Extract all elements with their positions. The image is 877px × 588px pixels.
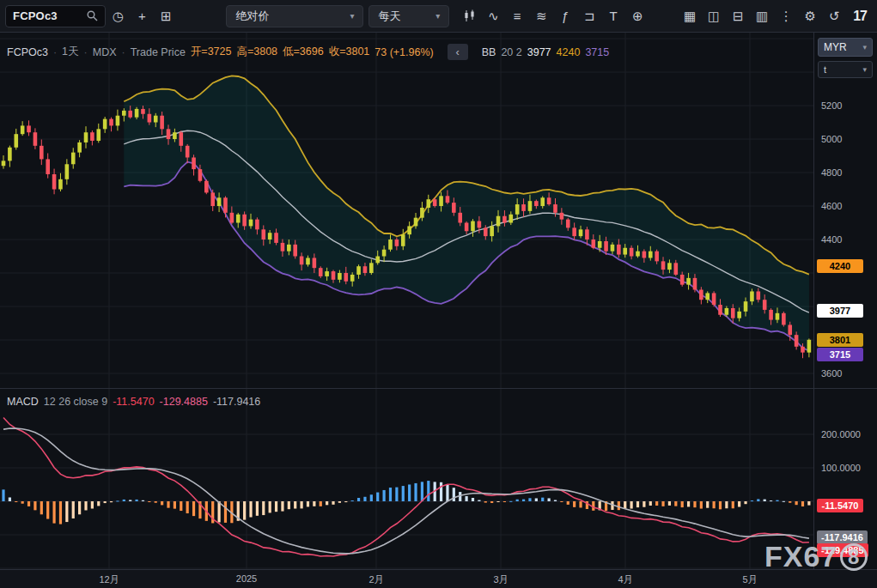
bb-params: 20 2 bbox=[501, 46, 521, 58]
time-label: 2025 bbox=[236, 573, 257, 584]
candlestick-icon bbox=[463, 9, 476, 22]
layout-3-icon: ⊟ bbox=[733, 9, 744, 24]
open-layout-button[interactable]: ⊞ bbox=[155, 5, 177, 27]
zoom-in-icon: ⊕ bbox=[632, 9, 643, 24]
gear-icon: ⚙ bbox=[804, 9, 815, 24]
price-axis[interactable]: 5200500048004600440036004240397738013715 bbox=[813, 33, 877, 388]
bar-replay-button[interactable]: ◷ bbox=[107, 5, 129, 27]
price-badge: 4240 bbox=[817, 259, 863, 273]
legend-series-type: Trade Price bbox=[131, 46, 186, 58]
text-tool-button[interactable]: T bbox=[602, 5, 624, 27]
grid-settings-button[interactable]: ▦ bbox=[679, 5, 701, 27]
time-label: 4月 bbox=[618, 573, 632, 586]
waves-icon: ≋ bbox=[536, 9, 547, 24]
price-tick: 4800 bbox=[821, 167, 842, 178]
compare-icon: ⊐ bbox=[584, 9, 595, 24]
macd-tick: 100.0000 bbox=[821, 463, 861, 473]
time-axis[interactable]: 12月20252月3月4月5月 bbox=[0, 569, 877, 588]
waves-button[interactable]: ≋ bbox=[530, 5, 552, 27]
settings-button[interactable]: ⚙ bbox=[799, 5, 821, 27]
price-tick: 4400 bbox=[821, 234, 842, 245]
search-icon bbox=[87, 10, 98, 21]
axis-settings-panel: MYR ▾ t ▾ bbox=[818, 38, 873, 82]
macd-line-value: -129.4885 bbox=[160, 396, 208, 408]
undo-button[interactable]: ↺ bbox=[823, 5, 845, 27]
time-label: 2月 bbox=[368, 573, 383, 586]
layout-2-icon: ◫ bbox=[708, 9, 720, 24]
bars-icon: ≡ bbox=[514, 9, 521, 23]
price-badge: 3977 bbox=[817, 304, 863, 318]
price-type-dropdown[interactable]: 绝对价 ▾ bbox=[226, 5, 363, 27]
price-type-label: 绝对价 bbox=[235, 9, 269, 24]
legend-exchange: MDX bbox=[93, 46, 117, 58]
pane-separator[interactable] bbox=[0, 388, 877, 389]
price-tick: 4600 bbox=[821, 201, 842, 211]
macd-badge: -117.9416 bbox=[817, 530, 868, 544]
more-options-button[interactable]: ⋮ bbox=[775, 5, 797, 27]
time-label: 5月 bbox=[742, 573, 757, 586]
collapse-legend-button[interactable]: ‹ bbox=[448, 44, 468, 60]
folder-icon: ⊞ bbox=[161, 9, 172, 24]
legend-low: 低=3696 bbox=[283, 45, 324, 59]
macd-legend: MACD 12 26 close 9 -11.5470 -129.4885 -1… bbox=[7, 396, 260, 408]
layout-two-pane-button[interactable]: ◫ bbox=[703, 5, 725, 27]
text-icon: T bbox=[610, 9, 618, 23]
chevron-down-icon: ▾ bbox=[350, 11, 354, 21]
chevron-down-icon: ▾ bbox=[862, 65, 867, 74]
macd-value-axis[interactable]: 200.0000100.0000-100.0000-11.5470-117.94… bbox=[813, 388, 877, 569]
price-badge: 3801 bbox=[817, 333, 863, 347]
kebab-icon: ⋮ bbox=[780, 9, 793, 24]
zoom-in-button[interactable]: ⊕ bbox=[626, 5, 649, 27]
line-chart-icon: ∿ bbox=[488, 9, 499, 24]
symbol-legend: FCPOc3 · 1天 · MDX · Trade Price 开=3725 高… bbox=[7, 44, 609, 60]
legend-interval: 1天 bbox=[62, 45, 78, 59]
symbol-search[interactable]: FCPOc3 bbox=[5, 5, 106, 27]
price-tick: 5000 bbox=[821, 134, 842, 144]
bb-upper-value: 4240 bbox=[557, 46, 581, 58]
undo-icon: ↺ bbox=[829, 9, 840, 24]
legend-close: 收=3801 bbox=[329, 45, 370, 59]
toolbar-right-cluster: ⚙ ↺ 17 bbox=[798, 5, 874, 27]
candlestick-style-button[interactable] bbox=[458, 5, 480, 27]
macd-hist-value: -11.5470 bbox=[113, 396, 154, 408]
bar-chart-icon: ▥ bbox=[756, 9, 768, 24]
tradingview-logo[interactable]: 17 bbox=[846, 9, 874, 24]
unit-dropdown[interactable]: t ▾ bbox=[818, 61, 873, 78]
time-label: 12月 bbox=[99, 573, 119, 586]
price-chart[interactable] bbox=[0, 33, 813, 388]
macd-params: 12 26 close 9 bbox=[44, 396, 107, 408]
separator-dot: · bbox=[53, 46, 57, 58]
bb-basis-value: 3977 bbox=[527, 46, 551, 58]
macd-chart[interactable] bbox=[0, 388, 813, 569]
bb-lower-value: 3715 bbox=[585, 46, 609, 58]
compare-button[interactable]: ⊐ bbox=[578, 5, 600, 27]
price-tick: 3600 bbox=[821, 368, 842, 379]
unit-label: t bbox=[824, 64, 826, 75]
separator-dot: · bbox=[122, 46, 125, 58]
line-style-button[interactable]: ∿ bbox=[482, 5, 504, 27]
legend-high: 高=3808 bbox=[236, 45, 277, 59]
fx-indicator-icon: ƒ bbox=[562, 9, 569, 23]
chart-stats-button[interactable]: ▥ bbox=[751, 5, 773, 27]
layout-three-pane-button[interactable]: ⊟ bbox=[727, 5, 749, 27]
bars-style-button[interactable]: ≡ bbox=[506, 5, 528, 27]
interval-label: 每天 bbox=[378, 9, 400, 24]
time-label: 3月 bbox=[493, 573, 508, 586]
add-symbol-button[interactable]: + bbox=[131, 5, 153, 27]
plus-icon: + bbox=[138, 9, 146, 23]
interval-dropdown[interactable]: 每天 ▾ bbox=[368, 5, 449, 27]
currency-dropdown[interactable]: MYR ▾ bbox=[818, 38, 873, 57]
macd-badge: -129.4885 bbox=[817, 543, 868, 557]
trading-app: FCPOc3 ◷ + ⊞ 绝对价 ▾ 每天 ▾ ∿ ≡ ≋ bbox=[0, 0, 877, 588]
clock-icon: ◷ bbox=[113, 9, 124, 24]
currency-label: MYR bbox=[824, 41, 847, 53]
separator-dot: · bbox=[84, 46, 88, 58]
price-tick: 5200 bbox=[821, 100, 842, 111]
indicators-button[interactable]: ƒ bbox=[554, 5, 576, 27]
macd-tick: 200.0000 bbox=[821, 429, 861, 439]
macd-signal-value: -117.9416 bbox=[213, 396, 260, 408]
legend-open: 开=3725 bbox=[191, 45, 232, 59]
chevron-down-icon: ▾ bbox=[435, 11, 440, 21]
chevron-left-icon: ‹ bbox=[456, 45, 460, 58]
grid-icon: ▦ bbox=[684, 9, 696, 24]
